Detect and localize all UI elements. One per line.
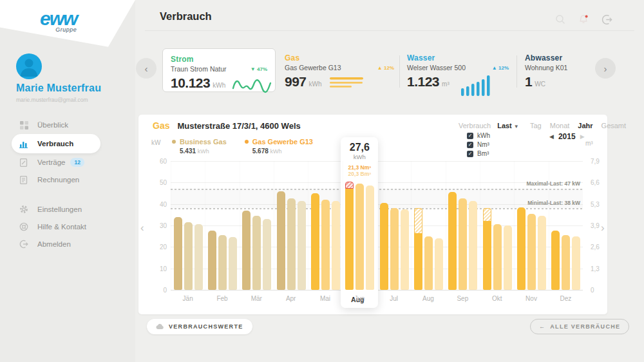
bar-with-estimate[interactable] [414, 208, 422, 290]
bar[interactable] [448, 192, 457, 290]
bar[interactable] [435, 238, 443, 290]
checkmark-icon: ✓ [467, 151, 473, 157]
checkbox-bm3[interactable]: ✓Bm³ [467, 150, 490, 157]
card-value: 1 [525, 74, 532, 90]
legend-item-business-gas[interactable]: Business Gas 5.431 kWh [172, 138, 227, 155]
bar[interactable] [298, 201, 306, 290]
checkbox-nm3[interactable]: ✓Nm³ [467, 141, 490, 148]
bar[interactable] [242, 211, 251, 290]
sidebar-item-verbrauch[interactable]: Verbrauch [12, 134, 100, 153]
sidebar-item-label: Hilfe & Kontakt [37, 223, 86, 231]
bar[interactable] [538, 216, 546, 290]
year-prev-arrow[interactable]: ◀ [549, 133, 554, 140]
bar[interactable] [229, 237, 237, 290]
bar[interactable] [174, 217, 182, 290]
bar-with-estimate[interactable] [483, 208, 491, 290]
sidebar-item-rechnungen[interactable]: Rechnungen [0, 171, 135, 188]
sidebar-item-ueberblick[interactable]: Überblick [0, 117, 135, 133]
chart-prev-button[interactable]: ‹ [140, 222, 144, 234]
cards-next-button[interactable]: › [595, 58, 616, 79]
bar[interactable] [562, 235, 570, 290]
bar[interactable] [401, 209, 409, 290]
card-gas[interactable]: Gas Gas Gewerbe G13 ▲ 12% 997 kWh [285, 53, 394, 92]
app-window: eww Gruppe Marie Musterfrau marie.muster… [0, 0, 644, 362]
bar [483, 221, 491, 290]
sidebar-item-einstellungen[interactable]: Einstellungen [0, 201, 135, 218]
month-group-sep [446, 161, 480, 290]
bar[interactable] [390, 208, 399, 290]
bar[interactable] [194, 224, 203, 290]
view-mode-verbrauch[interactable]: Verbrauch [459, 122, 491, 129]
notifications-bell-icon[interactable] [578, 14, 589, 24]
bar[interactable] [208, 231, 216, 290]
x-axis-label-sep: Sep [446, 295, 480, 302]
month-group-mär [240, 161, 274, 290]
bar[interactable] [572, 236, 580, 290]
logout-icon[interactable] [601, 14, 612, 24]
alle-verbraeuche-button[interactable]: ← ALLE VERBRÄUCHE [530, 319, 629, 334]
bar[interactable] [277, 191, 285, 290]
view-mode-dropdown[interactable]: Last ▼ [497, 122, 519, 129]
search-icon[interactable] [555, 14, 565, 24]
cards-prev-button[interactable]: ‹ [136, 58, 156, 79]
bar[interactable] [321, 200, 330, 290]
button-label: VERBRAUCHSWERTE [169, 323, 243, 330]
bar[interactable] [493, 224, 502, 290]
avatar[interactable] [16, 53, 42, 79]
tab-tag[interactable]: Tag [530, 122, 542, 129]
bar[interactable] [287, 198, 296, 290]
card-strom[interactable]: Strom Traun Strom Natur ▼ 47% 10.123 kWh [162, 48, 276, 92]
y-axis-tick-left: 10 [151, 265, 167, 272]
chart-legend: Business Gas 5.431 kWh Gas Gewerbe G13 5… [172, 138, 313, 155]
card-value: 10.123 [171, 75, 210, 91]
bar[interactable] [517, 207, 526, 290]
bar[interactable] [355, 184, 364, 290]
cloud-icon [156, 323, 164, 330]
legend-item-gas-gewerbe[interactable]: Gas Gewerbe G13 5.678 kWh [245, 138, 313, 155]
tab-jahr[interactable]: Jahr [578, 122, 592, 129]
sidebar-item-hilfe[interactable]: Hilfe & Kontakt [0, 218, 135, 235]
x-axis-label-dez: Dez [549, 295, 583, 302]
month-group-apr [274, 161, 308, 290]
bar[interactable] [469, 201, 477, 290]
chart-next-button[interactable]: › [601, 222, 605, 234]
card-title: Wasser [407, 53, 509, 62]
brand-logo[interactable]: eww Gruppe [40, 9, 77, 33]
year-next-arrow[interactable]: ▶ [580, 133, 585, 140]
bar[interactable] [551, 231, 560, 290]
tab-monat[interactable]: Monat [550, 122, 570, 129]
bar[interactable] [311, 193, 319, 290]
sidebar-item-label: Verträge [37, 158, 65, 166]
card-value: 1.123 [407, 74, 439, 90]
bar[interactable] [218, 235, 227, 290]
card-wasser[interactable]: Wasser Welser Wasser 500 ▲ 12% 1.123 m³ [407, 53, 509, 99]
contract-icon [19, 158, 28, 167]
bar[interactable] [459, 198, 467, 290]
legend-unit: kWh [198, 148, 209, 155]
card-subtitle: Traun Strom Natur [171, 65, 227, 73]
bar[interactable] [380, 203, 388, 290]
sidebar-item-vertraege[interactable]: Verträge 12 [0, 154, 135, 171]
verbrauchswerte-button[interactable]: VERBRAUCHSWERTE [147, 319, 252, 334]
chart-address: Musterstraße 17/3/1, 4600 Wels [177, 121, 300, 131]
bar[interactable] [504, 225, 512, 290]
sidebar-item-abmelden[interactable]: Abmelden [0, 236, 135, 252]
vertraege-count-badge: 12 [70, 158, 84, 167]
bar[interactable] [184, 222, 193, 290]
bar[interactable] [332, 201, 340, 290]
checkbox-kwh[interactable]: ✓kWh [467, 132, 490, 139]
bar[interactable] [252, 216, 261, 290]
bar[interactable] [366, 186, 374, 290]
bar[interactable] [527, 214, 536, 290]
card-abwasser[interactable]: Abwasser Wohnung K01 1 WC [525, 53, 596, 90]
card-title: Abwasser [525, 53, 596, 62]
bar[interactable] [424, 236, 433, 290]
bar-with-estimate[interactable] [345, 182, 354, 290]
y-axis-tick-right: 3,9 [591, 222, 607, 229]
legend-unit: kWh [270, 148, 282, 155]
logo-text: eww [40, 9, 77, 28]
month-group-feb [205, 161, 239, 290]
bar[interactable] [263, 219, 271, 290]
tab-gesamt[interactable]: Gesamt [601, 122, 627, 129]
y-axis-tick-right: 5,3 [591, 201, 607, 208]
